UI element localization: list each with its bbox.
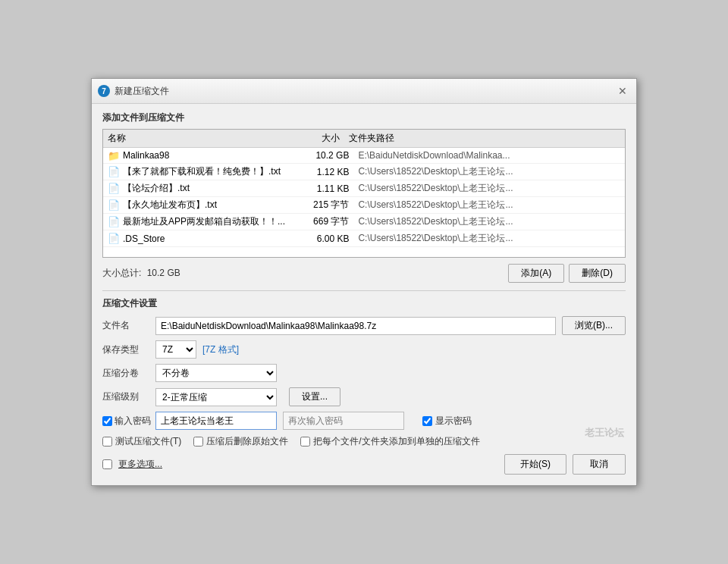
file-name: 【来了就都下载和观看！纯免费！】.txt [123, 165, 297, 178]
txt-icon: 📄 [108, 199, 120, 212]
each-file-text: 把每个文件/文件夹添加到单独的压缩文件 [313, 435, 479, 448]
summary-row: 大小总计: 10.2 GB 添加(A) 删除(D) [102, 264, 626, 283]
split-row: 压缩分卷 不分卷 10 MB 100 MB 700 MB 1 GB [102, 364, 626, 382]
filename-input[interactable] [155, 317, 556, 335]
browse-button[interactable]: 浏览(B)... [562, 316, 626, 335]
table-row[interactable]: 📄 .DS_Store 6.00 KB C:\Users\18522\Deskt… [103, 230, 625, 247]
compress-settings-title: 压缩文件设置 [102, 297, 626, 310]
title-bar: 7 新建压缩文件 ✕ [92, 79, 636, 104]
file-size: 669 字节 [297, 215, 358, 228]
file-size: 6.00 KB [297, 233, 358, 244]
file-path: E:\BaiduNetdiskDownload\Malinkaa... [358, 150, 620, 161]
delete-after-checkbox[interactable] [193, 437, 203, 446]
password-confirm-input[interactable] [283, 412, 404, 430]
table-row[interactable]: 📄 【来了就都下载和观看！纯免费！】.txt 1.12 KB C:\Users\… [103, 164, 625, 180]
close-button[interactable]: ✕ [615, 83, 630, 99]
file-path: C:\Users\18522\Desktop\上老王论坛... [358, 165, 620, 178]
start-button[interactable]: 开始(S) [504, 454, 566, 475]
file-list-buttons: 添加(A) 删除(D) [508, 264, 626, 283]
file-path: C:\Users\18522\Desktop\上老王论坛... [358, 182, 620, 195]
bottom-row: 更多选项... 开始(S) 取消 [102, 454, 626, 475]
save-type-label: 保存类型 [102, 343, 155, 356]
split-label: 压缩分卷 [102, 367, 155, 380]
options-row: 测试压缩文件(T) 压缩后删除原始文件 把每个文件/文件夹添加到单独的压缩文件 [102, 435, 626, 448]
summary-label: 大小总计: [102, 268, 141, 278]
file-name: 最新地址及APP两发邮箱自动获取！！... [123, 215, 297, 228]
file-size: 215 字节 [297, 199, 358, 212]
split-select[interactable]: 不分卷 10 MB 100 MB 700 MB 1 GB [155, 364, 277, 382]
password-row: 输入密码 显示密码 [102, 412, 626, 430]
new-archive-dialog: 7 新建压缩文件 ✕ 添加文件到压缩文件 名称 大小 文件夹路径 📁 Malin… [91, 78, 637, 486]
app-icon: 7 [98, 85, 110, 97]
delete-button[interactable]: 删除(D) [569, 264, 626, 283]
password-label: 输入密码 [115, 415, 151, 428]
each-file-label[interactable]: 把每个文件/文件夹添加到单独的压缩文件 [300, 435, 479, 448]
add-button[interactable]: 添加(A) [508, 264, 564, 283]
level-select[interactable]: 2-正常压缩 0-仅存储 1-最快速度 3-快速压缩 5-标准压缩 7-最大压缩… [155, 388, 277, 406]
test-compress-text: 测试压缩文件(T) [115, 435, 181, 448]
col-header-path: 文件夹路径 [349, 132, 620, 145]
show-password-label[interactable]: 显示密码 [422, 415, 472, 428]
file-list-container: 名称 大小 文件夹路径 📁 Malinkaa98 10.2 GB E:\Baid… [102, 129, 626, 258]
file-path: C:\Users\18522\Desktop\上老王论坛... [358, 232, 620, 245]
file-name: Malinkaa98 [123, 150, 297, 161]
delete-after-label[interactable]: 压缩后删除原始文件 [193, 435, 288, 448]
delete-after-text: 压缩后删除原始文件 [206, 435, 288, 448]
table-row[interactable]: 📄 最新地址及APP两发邮箱自动获取！！... 669 字节 C:\Users\… [103, 214, 625, 230]
test-compress-checkbox[interactable] [102, 437, 112, 446]
show-password-checkbox[interactable] [422, 416, 432, 426]
file-size: 10.2 GB [297, 150, 358, 161]
settings-button[interactable]: 设置... [289, 387, 340, 406]
password-input[interactable] [155, 412, 277, 430]
filename-label: 文件名 [102, 319, 155, 332]
txt-icon: 📄 [108, 216, 120, 228]
col-header-name: 名称 [108, 132, 288, 145]
level-label: 压缩级别 [102, 390, 155, 403]
file-name: 【永久地址发布页】.txt [123, 199, 297, 212]
file-size: 1.11 KB [297, 183, 358, 194]
summary-text: 大小总计: 10.2 GB [102, 267, 180, 280]
summary-value: 10.2 GB [147, 268, 180, 278]
more-options-checkbox[interactable] [102, 459, 112, 469]
test-compress-label[interactable]: 测试压缩文件(T) [102, 435, 181, 448]
save-type-select[interactable]: 7Z ZIP TAR [155, 340, 196, 359]
file-list-header: 名称 大小 文件夹路径 [103, 130, 625, 148]
add-files-title: 添加文件到压缩文件 [102, 111, 626, 124]
table-row[interactable]: 📄 【永久地址发布页】.txt 215 字节 C:\Users\18522\De… [103, 197, 625, 214]
show-password-text: 显示密码 [435, 415, 472, 428]
format-link[interactable]: [7Z 格式] [202, 343, 239, 356]
folder-icon: 📁 [108, 149, 120, 161]
file-path: C:\Users\18522\Desktop\上老王论坛... [358, 199, 620, 212]
password-checkbox[interactable] [102, 416, 112, 426]
more-options-text: 更多选项... [118, 458, 162, 471]
file-name: 【论坛介绍】.txt [123, 182, 297, 195]
section-divider [102, 290, 626, 291]
password-checkbox-label[interactable]: 输入密码 [102, 415, 155, 428]
file-name: .DS_Store [123, 233, 297, 244]
more-options: 更多选项... [102, 458, 162, 471]
level-row: 压缩级别 2-正常压缩 0-仅存储 1-最快速度 3-快速压缩 5-标准压缩 7… [102, 387, 626, 406]
cancel-button[interactable]: 取消 [573, 454, 626, 475]
bottom-buttons: 开始(S) 取消 [504, 454, 626, 475]
table-row[interactable]: 📁 Malinkaa98 10.2 GB E:\BaiduNetdiskDown… [103, 148, 625, 164]
file-size: 1.12 KB [297, 167, 358, 177]
txt-icon: 📄 [108, 183, 120, 195]
col-header-size: 大小 [288, 132, 349, 145]
filename-row: 文件名 浏览(B)... [102, 316, 626, 335]
txt-icon: 📄 [108, 166, 120, 178]
save-type-row: 保存类型 7Z ZIP TAR [7Z 格式] [102, 340, 626, 359]
table-row[interactable]: 📄 【论坛介绍】.txt 1.11 KB C:\Users\18522\Desk… [103, 180, 625, 197]
each-file-checkbox[interactable] [300, 437, 310, 446]
dialog-title: 新建压缩文件 [115, 85, 610, 98]
file-icon: 📄 [108, 233, 120, 245]
file-rows: 📁 Malinkaa98 10.2 GB E:\BaiduNetdiskDown… [103, 148, 625, 247]
file-path: C:\Users\18522\Desktop\上老王论坛... [358, 215, 620, 228]
